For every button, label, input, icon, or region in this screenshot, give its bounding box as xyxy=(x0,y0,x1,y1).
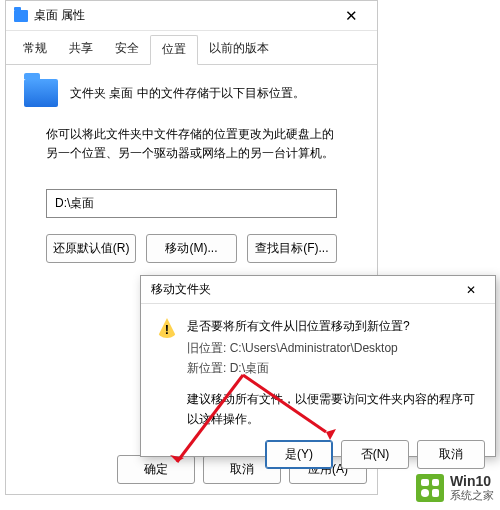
new-path-label: 新位置: xyxy=(187,361,226,375)
no-button[interactable]: 否(N) xyxy=(341,440,409,469)
tab-strip: 常规 共享 安全 位置 以前的版本 xyxy=(6,31,377,65)
tab-security[interactable]: 安全 xyxy=(104,35,150,64)
watermark-line2: 系统之家 xyxy=(450,489,494,502)
dialog-cancel-button[interactable]: 取消 xyxy=(417,440,485,469)
watermark-logo-icon xyxy=(416,474,444,502)
dialog-titlebar: 移动文件夹 ✕ xyxy=(141,276,495,304)
yes-button[interactable]: 是(Y) xyxy=(265,440,333,469)
titlebar: 桌面 属性 ✕ xyxy=(6,1,377,31)
dialog-question: 是否要将所有文件从旧位置移动到新位置? xyxy=(187,316,410,336)
find-target-button[interactable]: 查找目标(F)... xyxy=(247,234,337,263)
window-title: 桌面 属性 xyxy=(34,7,329,24)
old-path-value: C:\Users\Administrator\Desktop xyxy=(230,341,398,355)
path-input[interactable]: D:\桌面 xyxy=(46,189,337,218)
dialog-advice: 建议移动所有文件，以便需要访问文件夹内容的程序可以这样操作。 xyxy=(187,389,479,430)
watermark: Win10 系统之家 xyxy=(416,473,494,502)
close-icon[interactable]: ✕ xyxy=(329,1,373,31)
restore-defaults-button[interactable]: 还原默认值(R) xyxy=(46,234,136,263)
tab-previous[interactable]: 以前的版本 xyxy=(198,35,280,64)
old-path-label: 旧位置: xyxy=(187,341,226,355)
folder-icon xyxy=(14,10,28,22)
description-text: 你可以将此文件夹中文件存储的位置更改为此硬盘上的另一个位置、另一个驱动器或网络上… xyxy=(46,125,337,163)
watermark-line1: Win10 xyxy=(450,473,494,489)
new-path-value: D:\桌面 xyxy=(230,361,269,375)
dialog-paths: 旧位置: C:\Users\Administrator\Desktop 新位置:… xyxy=(187,338,479,379)
tab-location[interactable]: 位置 xyxy=(150,35,198,65)
folder-large-icon xyxy=(24,79,58,107)
move-button[interactable]: 移动(M)... xyxy=(146,234,236,263)
tab-general[interactable]: 常规 xyxy=(12,35,58,64)
warning-icon xyxy=(157,318,177,338)
move-folder-dialog: 移动文件夹 ✕ 是否要将所有文件从旧位置移动到新位置? 旧位置: C:\User… xyxy=(140,275,496,457)
dialog-title: 移动文件夹 xyxy=(151,281,451,298)
info-line: 文件夹 桌面 中的文件存储于以下目标位置。 xyxy=(70,85,305,102)
dialog-close-icon[interactable]: ✕ xyxy=(451,283,491,297)
tab-sharing[interactable]: 共享 xyxy=(58,35,104,64)
tab-content: 文件夹 桌面 中的文件存储于以下目标位置。 你可以将此文件夹中文件存储的位置更改… xyxy=(6,65,377,263)
